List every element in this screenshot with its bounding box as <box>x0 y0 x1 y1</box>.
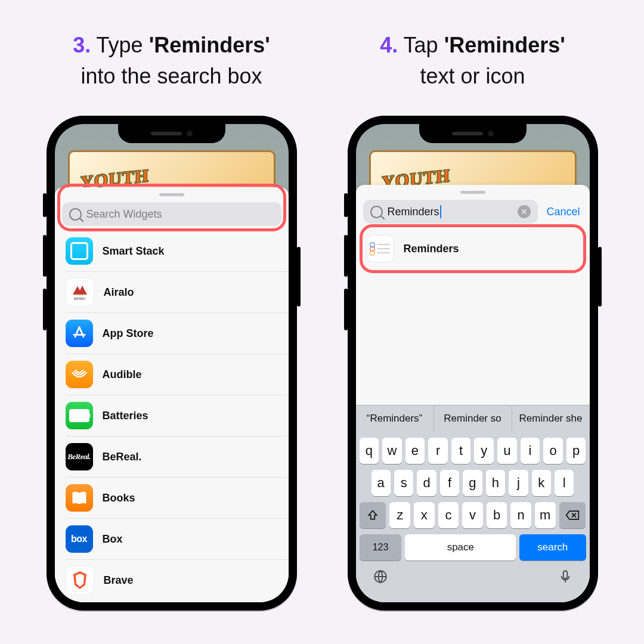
sheet-grabber[interactable] <box>460 191 485 194</box>
backspace-key[interactable] <box>559 502 586 528</box>
batteries-icon <box>66 402 93 429</box>
airalo-icon: airalo <box>66 278 94 306</box>
phone-right: YOUTH Reminders Cancel <box>348 116 598 611</box>
key[interactable]: n <box>510 502 531 528</box>
search-widgets-input[interactable]: Search Widgets <box>62 202 281 226</box>
key-row-1: qwertyuiop <box>356 438 590 464</box>
list-item[interactable]: Batteries <box>66 395 289 436</box>
space-key[interactable]: space <box>405 534 516 561</box>
search-results: Reminders <box>356 228 590 269</box>
key[interactable]: z <box>389 502 410 528</box>
reminders-icon <box>367 235 394 262</box>
search-icon <box>370 206 383 218</box>
key[interactable]: f <box>440 470 459 496</box>
key-row-4: 123 space search <box>356 534 590 561</box>
svg-rect-1 <box>563 571 567 579</box>
list-item-label: Audible <box>103 369 142 381</box>
numbers-key[interactable]: 123 <box>360 534 402 561</box>
text-caret <box>440 205 441 218</box>
list-item[interactable]: BeReal.BeReal. <box>66 436 289 478</box>
search-value: Reminders <box>388 206 439 218</box>
key[interactable]: k <box>532 470 551 496</box>
mic-icon[interactable] <box>558 569 573 587</box>
widget-picker-sheet: Search Widgets Smart Stack airalo Airalo… <box>55 187 289 602</box>
search-placeholder: Search Widgets <box>86 208 162 221</box>
key[interactable]: g <box>463 470 482 496</box>
key[interactable]: r <box>428 438 448 464</box>
key[interactable]: y <box>474 438 494 464</box>
list-item[interactable]: boxBox <box>66 519 289 560</box>
widget-picker-sheet: Reminders Cancel Reminders <box>356 185 590 602</box>
sheet-grabber[interactable] <box>159 193 184 196</box>
key[interactable]: t <box>451 438 471 464</box>
bereal-icon: BeReal. <box>66 443 93 470</box>
widget-list[interactable]: Smart Stack airalo Airalo App Store Audi… <box>55 231 289 600</box>
result-reminders[interactable]: Reminders <box>367 228 590 269</box>
list-item-label: App Store <box>103 327 154 340</box>
step-4-caption: 4. Tap 'Reminders' text or icon <box>380 30 565 92</box>
list-item[interactable]: Books <box>66 478 289 519</box>
clear-search-button[interactable] <box>518 205 531 218</box>
key-row-2: asdfghjkl <box>356 470 590 496</box>
key[interactable]: o <box>543 438 563 464</box>
shift-key[interactable] <box>360 502 386 528</box>
books-icon <box>66 484 93 512</box>
prediction-bar[interactable]: “Reminders” Reminder so Reminder she <box>356 405 590 432</box>
list-item-label: Books <box>103 492 135 504</box>
list-item[interactable]: airalo Airalo <box>66 272 289 313</box>
search-widgets-input[interactable]: Reminders <box>363 200 538 224</box>
appstore-icon <box>66 320 93 347</box>
list-item-label: BeReal. <box>103 451 142 463</box>
list-item[interactable]: Audible <box>66 354 289 395</box>
key[interactable]: s <box>394 470 413 496</box>
smart-stack-icon <box>66 237 93 265</box>
step-3-caption: 3. Type 'Reminders' into the search box <box>73 30 270 92</box>
prediction[interactable]: Reminder so <box>434 405 512 432</box>
search-icon <box>69 208 82 221</box>
search-key[interactable]: search <box>519 534 586 561</box>
globe-icon[interactable] <box>373 569 388 587</box>
list-item-label: Brave <box>104 574 134 587</box>
key[interactable]: e <box>405 438 425 464</box>
key[interactable]: h <box>486 470 505 496</box>
key[interactable]: b <box>487 502 507 528</box>
key-row-3: zxcvbnm <box>356 502 590 528</box>
key[interactable]: v <box>462 502 483 528</box>
list-item[interactable]: Smart Stack <box>66 231 289 272</box>
list-item-label: Smart Stack <box>103 245 165 258</box>
key[interactable]: x <box>414 502 435 528</box>
list-item-label: Batteries <box>103 410 148 422</box>
key[interactable]: i <box>521 438 540 464</box>
on-screen-keyboard[interactable]: “Reminders” Reminder so Reminder she qwe… <box>356 405 590 602</box>
key[interactable]: l <box>555 470 574 496</box>
key[interactable]: c <box>438 502 459 528</box>
prediction[interactable]: “Reminders” <box>356 405 434 432</box>
key[interactable]: a <box>371 470 391 496</box>
key[interactable]: p <box>566 438 586 464</box>
key[interactable]: m <box>535 502 556 528</box>
phone-left: YOUTH Search Widgets Smart Stack <box>47 116 297 611</box>
key[interactable]: d <box>417 470 436 496</box>
prediction[interactable]: Reminder she <box>512 405 590 432</box>
box-icon: box <box>66 525 93 553</box>
key[interactable]: u <box>497 438 517 464</box>
list-item-label: Box <box>103 533 123 546</box>
list-item[interactable]: App Store <box>66 313 289 354</box>
key[interactable]: q <box>360 438 379 464</box>
brave-icon <box>66 566 94 595</box>
list-item-label: Airalo <box>104 286 134 299</box>
key[interactable]: w <box>382 438 402 464</box>
cancel-button[interactable]: Cancel <box>538 206 582 218</box>
list-item[interactable]: Brave <box>66 560 289 600</box>
result-label: Reminders <box>404 243 459 255</box>
key[interactable]: j <box>509 470 528 496</box>
audible-icon <box>66 361 93 388</box>
